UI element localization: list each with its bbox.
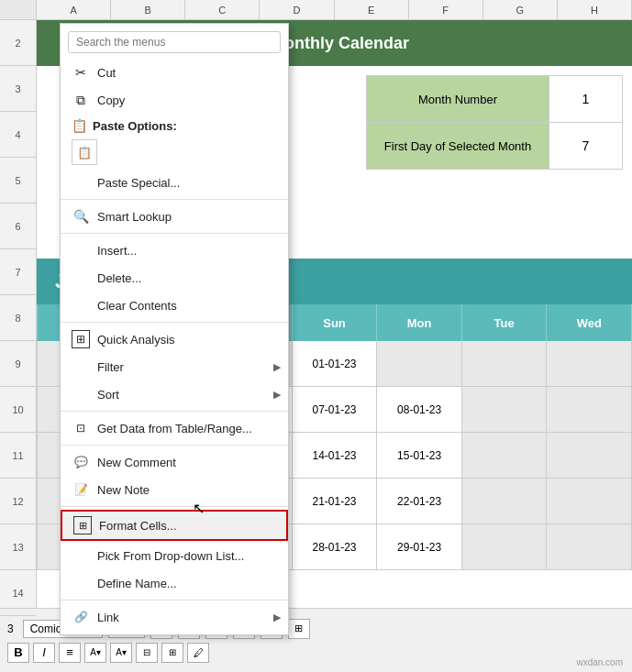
menu-format-cells-label: Format Cells... bbox=[99, 519, 177, 533]
menu-item-filter[interactable]: Filter ▶ bbox=[61, 353, 288, 380]
menu-item-sort[interactable]: Sort ▶ bbox=[61, 380, 288, 408]
menu-item-quick-analysis[interactable]: ⊞ Quick Analysis bbox=[61, 325, 288, 353]
paste-options-text: Paste Options: bbox=[93, 119, 177, 133]
align-btn[interactable]: ≡ bbox=[59, 643, 81, 663]
paste-icons-row: 📋 bbox=[61, 138, 288, 169]
menu-item-new-note[interactable]: 📝 New Note bbox=[61, 476, 288, 503]
info-table: Month Number 1 First Day of Selected Mon… bbox=[366, 75, 623, 169]
col-header-a: A bbox=[37, 0, 111, 19]
format-cells-icon: ⊞ bbox=[73, 516, 92, 534]
month-number-value: 1 bbox=[549, 76, 622, 122]
menu-search-input[interactable] bbox=[68, 31, 281, 53]
separator-7 bbox=[61, 600, 288, 600]
menu-item-new-comment[interactable]: 💬 New Comment bbox=[61, 448, 288, 476]
merge-btn[interactable]: ⊞ bbox=[161, 643, 183, 663]
cal-cell-w1-wed bbox=[547, 341, 632, 386]
new-comment-icon: 💬 bbox=[72, 453, 90, 471]
menu-copy-label: Copy bbox=[97, 94, 125, 107]
col-header-c: C bbox=[185, 0, 260, 19]
cal-cell-w3-tue bbox=[462, 433, 548, 478]
toolbar-row-2: B I ≡ A▾ A▾ ⊟ ⊞ 🖊 bbox=[7, 643, 625, 663]
menu-new-comment-label: New Comment bbox=[97, 456, 176, 469]
menu-delete-label: Delete... bbox=[97, 271, 141, 285]
menu-get-data-label: Get Data from Table/Range... bbox=[97, 422, 252, 435]
menu-item-get-data[interactable]: ⊡ Get Data from Table/Range... bbox=[61, 414, 288, 442]
borders-btn[interactable]: ⊟ bbox=[136, 643, 158, 663]
first-day-value: 7 bbox=[549, 123, 622, 169]
pick-dropdown-icon bbox=[72, 546, 90, 565]
column-headers: A B C D E F G H bbox=[37, 0, 632, 20]
clear-btn[interactable]: 🖊 bbox=[187, 643, 209, 663]
cal-cell-w4-sun: 21-01-23 bbox=[293, 479, 378, 523]
bold-btn[interactable]: B bbox=[7, 643, 29, 663]
row-num-11: 11 bbox=[0, 433, 36, 479]
cal-cell-w2-mon: 08-01-23 bbox=[377, 387, 462, 432]
month-number-label: Month Number bbox=[367, 76, 549, 122]
cal-cell-w1-sun: 01-01-23 bbox=[293, 341, 378, 386]
cal-cell-w5-tue bbox=[462, 524, 548, 569]
col-header-f: F bbox=[409, 0, 483, 19]
menu-item-pick-dropdown[interactable]: Pick From Drop-down List... bbox=[61, 542, 288, 569]
menu-sort-label: Sort bbox=[97, 388, 119, 402]
menu-new-note-label: New Note bbox=[97, 483, 150, 497]
menu-item-smart-lookup[interactable]: 🔍 Smart Lookup bbox=[61, 203, 288, 230]
font-color-btn[interactable]: A▾ bbox=[110, 643, 132, 663]
row-num-3: 3 bbox=[0, 66, 36, 112]
separator-3 bbox=[61, 322, 288, 323]
day-header-wed: Wed bbox=[547, 304, 632, 341]
format-table-btn[interactable]: ⊞ bbox=[288, 619, 310, 639]
define-name-icon bbox=[72, 574, 90, 592]
cal-cell-w5-mon: 29-01-23 bbox=[377, 524, 462, 569]
cal-cell-w3-wed bbox=[547, 433, 632, 478]
row-num-9: 9 bbox=[0, 341, 36, 387]
row-num-12: 12 bbox=[0, 479, 36, 524]
menu-clear-contents-label: Clear Contents bbox=[97, 299, 177, 313]
delete-icon bbox=[72, 269, 90, 287]
col-header-h: H bbox=[558, 0, 632, 19]
cal-cell-w5-wed bbox=[547, 524, 632, 569]
fill-color-btn[interactable]: A▾ bbox=[84, 643, 106, 663]
cal-cell-w4-tue bbox=[462, 479, 548, 523]
sort-arrow-icon: ▶ bbox=[273, 389, 281, 401]
context-menu: ✂ Cut ⧉ Copy 📋 Paste Options: 📋 Paste Sp… bbox=[60, 23, 289, 635]
copy-icon: ⧉ bbox=[72, 91, 90, 109]
month-number-row: Month Number 1 bbox=[366, 75, 623, 123]
corner-cell bbox=[0, 0, 37, 20]
filter-icon bbox=[72, 358, 90, 376]
cal-cell-w4-wed bbox=[547, 479, 632, 523]
menu-item-paste-special[interactable]: Paste Special... bbox=[61, 169, 288, 196]
cal-cell-w2-tue bbox=[462, 387, 548, 432]
menu-quick-analysis-label: Quick Analysis bbox=[97, 333, 175, 347]
menu-item-format-cells[interactable]: ⊞ Format Cells... bbox=[61, 510, 288, 541]
menu-define-name-label: Define Name... bbox=[97, 577, 177, 590]
menu-item-define-name[interactable]: Define Name... bbox=[61, 569, 288, 597]
row-num-10: 10 bbox=[0, 387, 36, 433]
cut-icon: ✂ bbox=[72, 63, 90, 82]
cal-cell-w1-tue bbox=[462, 341, 548, 386]
first-day-row: First Day of Selected Month 7 bbox=[366, 122, 623, 170]
menu-item-copy[interactable]: ⧉ Copy bbox=[61, 86, 288, 114]
row-num-4: 4 bbox=[0, 112, 36, 158]
paste-icon-btn[interactable]: 📋 bbox=[72, 139, 97, 165]
row-num-5: 5 bbox=[0, 158, 36, 204]
first-day-label: First Day of Selected Month bbox=[367, 123, 549, 169]
menu-item-link[interactable]: 🔗 Link ▶ bbox=[61, 603, 288, 631]
menu-item-cut[interactable]: ✂ Cut bbox=[61, 59, 288, 86]
insert-icon bbox=[72, 241, 90, 259]
cal-cell-w2-sun: 07-01-23 bbox=[293, 387, 378, 432]
menu-item-insert[interactable]: Insert... bbox=[61, 237, 288, 264]
cal-cell-w3-sun: 14-01-23 bbox=[293, 433, 378, 478]
menu-item-delete[interactable]: Delete... bbox=[61, 264, 288, 292]
col-header-b: B bbox=[111, 0, 185, 19]
toolbar-row-label: 3 bbox=[7, 622, 14, 635]
paste-options-label: 📋 Paste Options: bbox=[61, 114, 288, 138]
menu-paste-special-label: Paste Special... bbox=[97, 176, 180, 190]
italic-btn[interactable]: I bbox=[33, 643, 55, 663]
watermark: wxdan.com bbox=[576, 657, 623, 667]
menu-item-clear-contents[interactable]: Clear Contents bbox=[61, 292, 288, 319]
col-header-e: E bbox=[335, 0, 409, 19]
row-num-14: 14 bbox=[0, 570, 36, 616]
menu-smart-lookup-label: Smart Lookup bbox=[97, 210, 172, 224]
col-header-g: G bbox=[483, 0, 558, 19]
row-num-6: 6 bbox=[0, 204, 36, 249]
